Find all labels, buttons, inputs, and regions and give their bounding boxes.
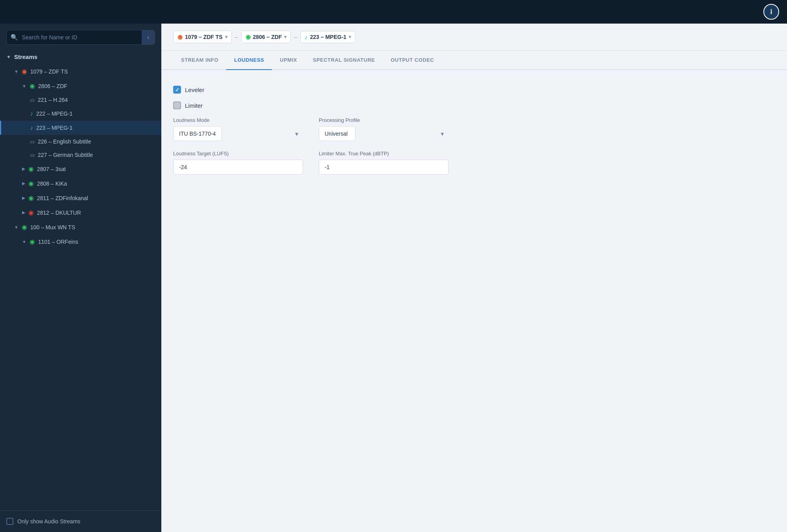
bc-label-2806: 2806 – ZDF (253, 34, 282, 40)
tab-spectral-signature[interactable]: SPECTRAL SIGNATURE (305, 51, 383, 70)
chevron-2808: ▶ (22, 181, 25, 186)
label-222: 222 – MPEG-1 (36, 110, 73, 117)
loudness-target-value: -24 (179, 164, 187, 170)
bc-sep-1: – (235, 34, 238, 40)
bc-label-223: 223 – MPEG-1 (310, 34, 347, 40)
chevron-100: ▼ (14, 225, 18, 230)
chevron-2807: ▶ (22, 166, 25, 171)
tree-item-2812[interactable]: ▶ ◉ 2812 – DKULTUR (0, 205, 161, 220)
tab-loudness-label: LOUDNESS (234, 57, 264, 63)
limiter-checkbox[interactable] (173, 101, 181, 109)
bc-icon-1079: ◉ (177, 33, 183, 40)
tree-item-2806[interactable]: ▼ ◉ 2806 – ZDF (0, 79, 161, 93)
breadcrumb-223[interactable]: ♪ 223 – MPEG-1 ▾ (300, 31, 355, 43)
chevron-1101: ▼ (22, 239, 26, 244)
tree-item-221[interactable]: ▭ 221 – H.264 (0, 93, 161, 107)
leveler-row: ✓ Leveler (173, 86, 775, 94)
loudness-mode-select[interactable]: ITU BS-1770-4 EBU R128 ATSC A/85 Custom (173, 126, 222, 141)
tree-item-2807[interactable]: ▶ ◉ 2807 – 3sat (0, 162, 161, 176)
breadcrumb-1079[interactable]: ◉ 1079 – ZDF TS ▾ (173, 31, 232, 43)
label-226: 226 – English Subtitle (38, 138, 91, 145)
processing-profile-label: Processing Profile (319, 117, 449, 123)
label-2806: 2806 – ZDF (38, 83, 67, 89)
tree-item-1101[interactable]: ▼ ◉ 1101 – ORFeins (0, 234, 161, 249)
tree-item-227[interactable]: ▭ 227 – German Subtitle (0, 148, 161, 162)
tab-output-codec[interactable]: OUTPUT CODEC (383, 51, 442, 70)
icon-1101: ◉ (30, 238, 35, 245)
label-1079: 1079 – ZDF TS (30, 68, 68, 75)
bc-icon-223: ♪ (305, 34, 308, 40)
streams-label: Streams (14, 53, 37, 60)
chevron-2811: ▶ (22, 195, 25, 201)
sidebar-tree: ▼ Streams ▼ ◉ 1079 – ZDF TS ▼ ◉ 2806 – Z… (0, 50, 161, 510)
limiter-label: Limiter (185, 102, 203, 109)
chevron-2812: ▶ (22, 210, 25, 215)
tree-item-100[interactable]: ▼ ◉ 100 – Mux WN TS (0, 220, 161, 234)
tree-item-222[interactable]: ♪ 222 – MPEG-1 (0, 107, 161, 121)
streams-section-header[interactable]: ▼ Streams (0, 50, 161, 64)
icon-2807: ◉ (28, 165, 34, 173)
search-input[interactable] (22, 30, 142, 44)
tab-spectral-signature-label: SPECTRAL SIGNATURE (313, 57, 375, 63)
leveler-checkmark: ✓ (175, 87, 179, 93)
icon-2806: ◉ (30, 82, 35, 90)
label-2807: 2807 – 3sat (37, 166, 66, 172)
icon-227: ▭ (30, 152, 35, 158)
loudness-mode-group: Loudness Mode ITU BS-1770-4 EBU R128 ATS… (173, 117, 303, 141)
bc-icon-2806: ◉ (246, 33, 251, 40)
tree-item-2808[interactable]: ▶ ◉ 2808 – KiKa (0, 176, 161, 191)
leveler-label: Leveler (185, 87, 204, 93)
bc-sep-2: – (294, 34, 297, 40)
label-100: 100 – Mux WN TS (30, 224, 75, 230)
loudness-form: Loudness Mode ITU BS-1770-4 EBU R128 ATS… (173, 117, 449, 175)
search-button[interactable]: › (142, 30, 155, 44)
main-layout: 🔍 › ▼ Streams ▼ ◉ 1079 – ZDF TS ▼ ◉ (0, 24, 787, 532)
limiter-max-input[interactable]: -1 (319, 160, 449, 175)
icon-226: ▭ (30, 139, 35, 145)
tree-item-1079[interactable]: ▼ ◉ 1079 – ZDF TS (0, 64, 161, 79)
icon-1079: ◉ (22, 68, 27, 75)
label-223: 223 – MPEG-1 (36, 125, 73, 131)
processing-profile-wrapper: Universal Broadcast Streaming Film (319, 126, 449, 141)
limiter-max-label: Limiter Max. True Peak (dBTP) (319, 151, 449, 156)
search-bar: 🔍 › (0, 24, 161, 50)
loudness-mode-wrapper: ITU BS-1770-4 EBU R128 ATSC A/85 Custom (173, 126, 303, 141)
tab-upmix-label: UPMIX (280, 57, 297, 63)
tree-item-2811[interactable]: ▶ ◉ 2811 – ZDFinfokanal (0, 191, 161, 205)
label-2808: 2808 – KiKa (37, 180, 67, 187)
icon-2812: ◉ (28, 209, 34, 216)
tree-item-223[interactable]: ♪ 223 – MPEG-1 (0, 121, 161, 135)
leveler-checkbox[interactable]: ✓ (173, 86, 181, 94)
top-bar: i (0, 0, 787, 24)
icon-223: ♪ (30, 124, 33, 131)
bc-label-1079: 1079 – ZDF TS (185, 34, 223, 40)
loudness-target-group: Loudness Target (LUFS) -24 (173, 151, 303, 175)
sidebar-footer: Only show Audio Streams (0, 510, 161, 532)
only-audio-checkbox[interactable] (6, 518, 13, 525)
tab-loudness[interactable]: LOUDNESS (226, 51, 272, 70)
loudness-target-input[interactable]: -24 (173, 160, 303, 175)
only-audio-label: Only show Audio Streams (17, 518, 80, 525)
bc-dropdown-1079: ▾ (225, 34, 227, 40)
label-227: 227 – German Subtitle (38, 152, 93, 158)
tab-output-codec-label: OUTPUT CODEC (391, 57, 434, 63)
icon-222: ♪ (30, 110, 33, 117)
loudness-target-label: Loudness Target (LUFS) (173, 151, 303, 156)
icon-221: ▭ (30, 97, 35, 103)
bc-dropdown-223: ▾ (349, 34, 351, 40)
limiter-max-value: -1 (325, 164, 329, 170)
tree-item-226[interactable]: ▭ 226 – English Subtitle (0, 135, 161, 148)
tab-stream-info[interactable]: STREAM INFO (173, 51, 226, 70)
user-avatar[interactable]: i (763, 4, 779, 20)
label-1101: 1101 – ORFeins (38, 239, 78, 245)
processing-profile-select[interactable]: Universal Broadcast Streaming Film (319, 126, 356, 141)
icon-2808: ◉ (28, 180, 34, 187)
limiter-max-group: Limiter Max. True Peak (dBTP) -1 (319, 151, 449, 175)
breadcrumb-2806[interactable]: ◉ 2806 – ZDF ▾ (241, 31, 291, 43)
chevron-2806: ▼ (22, 84, 26, 88)
label-221: 221 – H.264 (38, 97, 68, 103)
tab-upmix[interactable]: UPMIX (272, 51, 305, 70)
processing-profile-group: Processing Profile Universal Broadcast S… (319, 117, 449, 141)
panel-header: ◉ 1079 – ZDF TS ▾ – ◉ 2806 – ZDF ▾ – ♪ 2… (161, 24, 787, 51)
search-wrapper: 🔍 › (6, 30, 155, 45)
